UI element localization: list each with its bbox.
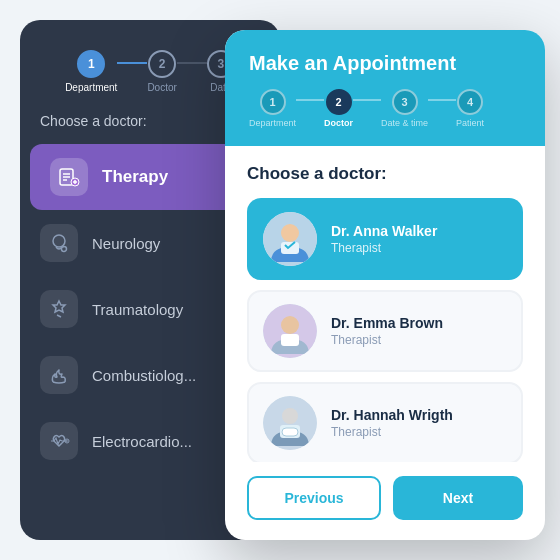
bg-step-circle-1: 1: [77, 50, 105, 78]
previous-button[interactable]: Previous: [247, 476, 381, 520]
bg-menu-neurology-label: Neurology: [92, 235, 160, 252]
doctor-specialty-emma: Therapist: [331, 333, 507, 347]
modal-step-3: 3 Date & time: [381, 89, 428, 128]
modal-step-4: 4 Patient: [456, 89, 484, 128]
choose-doctor-label: Choose a doctor:: [247, 164, 523, 184]
modal-step-label-3: Date & time: [381, 118, 428, 128]
doctor-info-anna: Dr. Anna Walker Therapist: [331, 223, 507, 255]
therapy-icon: [50, 158, 88, 196]
modal-step-line-2: [353, 99, 381, 101]
doctor-name-emma: Dr. Emma Brown: [331, 315, 507, 331]
modal-header: Make an Appointment 1 Department 2 Docto…: [225, 30, 545, 146]
doctor-card-emma[interactable]: Dr. Emma Brown Therapist: [247, 290, 523, 372]
bg-menu-therapy-label: Therapy: [102, 167, 168, 187]
modal-footer: Previous Next: [225, 462, 545, 540]
svg-point-15: [281, 224, 299, 242]
electrocardio-icon: [40, 422, 78, 460]
svg-line-10: [57, 315, 61, 317]
modal-step-circle-1: 1: [260, 89, 286, 115]
modal-step-line-1: [296, 99, 324, 101]
doctor-specialty-anna: Therapist: [331, 241, 507, 255]
modal-step-circle-2: 2: [326, 89, 352, 115]
modal-body: Choose a doctor: Dr. Anna Walker Therapi…: [225, 146, 545, 462]
bg-step-circle-2: 2: [148, 50, 176, 78]
doctor-info-hannah: Dr. Hannah Wrigth Therapist: [331, 407, 507, 439]
bg-step-1: 1 Department: [65, 50, 117, 93]
bg-menu-combustiology-label: Combustiolog...: [92, 367, 196, 384]
modal-step-circle-4: 4: [457, 89, 483, 115]
modal-stepper: 1 Department 2 Doctor 3 Date & time 4 Pa…: [249, 89, 521, 128]
bg-menu-electrocardio-label: Electrocardiо...: [92, 433, 192, 450]
svg-point-7: [53, 235, 65, 247]
doctor-avatar-hannah: [263, 396, 317, 450]
svg-rect-19: [281, 334, 299, 346]
bg-menu-traumatology-label: Traumatology: [92, 301, 183, 318]
svg-rect-23: [282, 428, 298, 436]
traumatology-icon: [40, 290, 78, 328]
next-button[interactable]: Next: [393, 476, 523, 520]
doctor-specialty-hannah: Therapist: [331, 425, 507, 439]
modal-step-label-2: Doctor: [324, 118, 353, 128]
modal-step-circle-3: 3: [392, 89, 418, 115]
doctor-name-anna: Dr. Anna Walker: [331, 223, 507, 239]
doctor-name-hannah: Dr. Hannah Wrigth: [331, 407, 507, 423]
combustiology-icon: [40, 356, 78, 394]
doctor-avatar-emma: [263, 304, 317, 358]
appointment-modal: Make an Appointment 1 Department 2 Docto…: [225, 30, 545, 540]
doctor-card-anna[interactable]: Dr. Anna Walker Therapist: [247, 198, 523, 280]
svg-point-18: [281, 316, 299, 334]
svg-rect-16: [281, 242, 299, 254]
bg-step-2: 2 Doctor: [147, 50, 176, 93]
doctor-info-emma: Dr. Emma Brown Therapist: [331, 315, 507, 347]
modal-step-label-4: Patient: [456, 118, 484, 128]
bg-step-label-2: Doctor: [147, 82, 176, 93]
modal-step-line-3: [428, 99, 456, 101]
modal-step-label-1: Department: [249, 118, 296, 128]
bg-step-label-1: Department: [65, 82, 117, 93]
bg-step-line-2: [177, 62, 207, 64]
svg-point-21: [282, 408, 298, 424]
bg-step-line-1: [117, 62, 147, 64]
modal-step-1: 1 Department: [249, 89, 296, 128]
doctor-avatar-anna: [263, 212, 317, 266]
doctor-card-hannah[interactable]: Dr. Hannah Wrigth Therapist: [247, 382, 523, 462]
modal-step-2: 2 Doctor: [324, 89, 353, 128]
neurology-icon: [40, 224, 78, 262]
modal-title: Make an Appointment: [249, 52, 521, 75]
